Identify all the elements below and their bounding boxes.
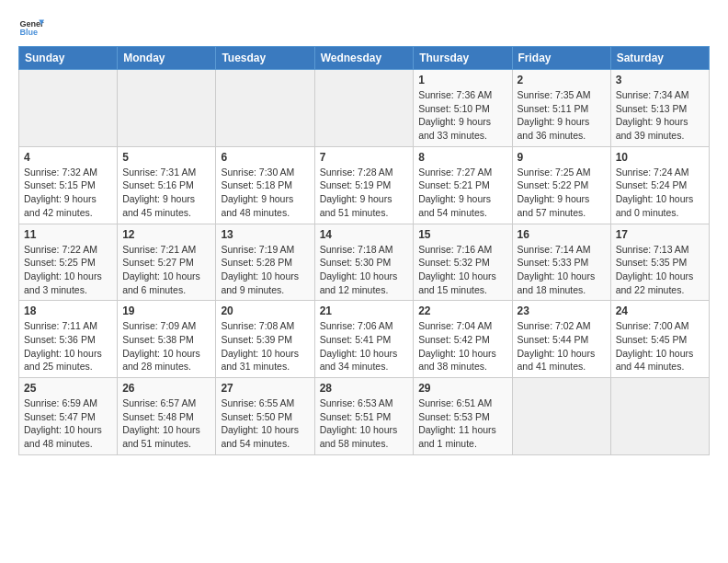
logo: General Blue [18, 15, 48, 40]
weekday-header: Saturday [610, 47, 709, 70]
day-number: 19 [122, 304, 210, 317]
weekday-header: Tuesday [216, 47, 314, 70]
calendar-cell: 22Sunrise: 7:04 AM Sunset: 5:42 PM Dayli… [414, 301, 512, 378]
day-number: 26 [122, 382, 210, 395]
day-info: Sunrise: 7:00 AM Sunset: 5:45 PM Dayligh… [616, 319, 704, 373]
day-number: 10 [616, 151, 704, 164]
day-number: 22 [418, 304, 506, 317]
calendar-cell: 27Sunrise: 6:55 AM Sunset: 5:50 PM Dayli… [216, 378, 314, 455]
calendar-cell: 14Sunrise: 7:18 AM Sunset: 5:30 PM Dayli… [314, 224, 414, 301]
day-info: Sunrise: 7:16 AM Sunset: 5:32 PM Dayligh… [418, 243, 506, 297]
day-info: Sunrise: 7:21 AM Sunset: 5:27 PM Dayligh… [122, 243, 210, 297]
calendar-table: SundayMondayTuesdayWednesdayThursdayFrid… [18, 46, 710, 455]
calendar-cell: 5Sunrise: 7:31 AM Sunset: 5:16 PM Daylig… [118, 146, 216, 224]
day-info: Sunrise: 7:32 AM Sunset: 5:15 PM Dayligh… [24, 166, 112, 220]
day-info: Sunrise: 7:24 AM Sunset: 5:24 PM Dayligh… [616, 166, 704, 220]
day-number: 16 [518, 228, 606, 241]
day-info: Sunrise: 7:30 AM Sunset: 5:18 PM Dayligh… [221, 166, 309, 220]
day-number: 7 [320, 151, 409, 164]
day-number: 27 [221, 382, 309, 395]
day-number: 2 [518, 74, 606, 86]
day-info: Sunrise: 7:08 AM Sunset: 5:39 PM Dayligh… [221, 319, 309, 373]
day-number: 12 [122, 228, 210, 241]
calendar-cell: 11Sunrise: 7:22 AM Sunset: 5:25 PM Dayli… [19, 224, 118, 301]
day-info: Sunrise: 7:06 AM Sunset: 5:41 PM Dayligh… [320, 319, 409, 373]
day-number: 18 [24, 304, 112, 317]
day-info: Sunrise: 7:11 AM Sunset: 5:36 PM Dayligh… [24, 319, 112, 373]
day-number: 25 [24, 382, 112, 395]
weekday-header: Wednesday [314, 47, 414, 70]
day-number: 23 [518, 304, 606, 317]
calendar-cell: 1Sunrise: 7:36 AM Sunset: 5:10 PM Daylig… [414, 70, 512, 147]
day-number: 6 [221, 151, 309, 164]
calendar-cell: 6Sunrise: 7:30 AM Sunset: 5:18 PM Daylig… [216, 146, 314, 224]
weekday-header: Thursday [414, 47, 512, 70]
calendar-cell [118, 70, 216, 147]
day-number: 14 [320, 228, 409, 241]
calendar-week-row: 18Sunrise: 7:11 AM Sunset: 5:36 PM Dayli… [19, 301, 710, 378]
day-number: 8 [418, 151, 506, 164]
day-number: 9 [518, 151, 606, 164]
calendar-cell: 21Sunrise: 7:06 AM Sunset: 5:41 PM Dayli… [314, 301, 414, 378]
day-info: Sunrise: 7:04 AM Sunset: 5:42 PM Dayligh… [418, 319, 506, 373]
day-number: 1 [418, 74, 506, 86]
calendar-cell: 3Sunrise: 7:34 AM Sunset: 5:13 PM Daylig… [610, 70, 709, 147]
calendar-cell: 12Sunrise: 7:21 AM Sunset: 5:27 PM Dayli… [118, 224, 216, 301]
logo-icon: General Blue [18, 15, 44, 40]
day-number: 13 [221, 228, 309, 241]
day-number: 28 [320, 382, 409, 395]
day-number: 29 [418, 382, 506, 395]
day-info: Sunrise: 7:34 AM Sunset: 5:13 PM Dayligh… [616, 88, 704, 143]
day-info: Sunrise: 7:02 AM Sunset: 5:44 PM Dayligh… [518, 319, 606, 373]
day-info: Sunrise: 7:19 AM Sunset: 5:28 PM Dayligh… [221, 243, 309, 297]
day-info: Sunrise: 7:14 AM Sunset: 5:33 PM Dayligh… [518, 243, 606, 297]
calendar-cell: 24Sunrise: 7:00 AM Sunset: 5:45 PM Dayli… [610, 301, 709, 378]
calendar-header-row: SundayMondayTuesdayWednesdayThursdayFrid… [19, 47, 710, 70]
day-number: 3 [616, 74, 704, 86]
calendar-cell: 7Sunrise: 7:28 AM Sunset: 5:19 PM Daylig… [314, 146, 414, 224]
day-info: Sunrise: 7:31 AM Sunset: 5:16 PM Dayligh… [122, 166, 210, 220]
calendar-cell [512, 378, 610, 455]
page-header: General Blue [18, 15, 710, 40]
calendar-cell: 19Sunrise: 7:09 AM Sunset: 5:38 PM Dayli… [118, 301, 216, 378]
day-number: 4 [24, 151, 112, 164]
calendar-cell [216, 70, 314, 147]
calendar-cell: 15Sunrise: 7:16 AM Sunset: 5:32 PM Dayli… [414, 224, 512, 301]
day-number: 15 [418, 228, 506, 241]
calendar-cell: 28Sunrise: 6:53 AM Sunset: 5:51 PM Dayli… [314, 378, 414, 455]
calendar-cell: 4Sunrise: 7:32 AM Sunset: 5:15 PM Daylig… [19, 146, 118, 224]
day-info: Sunrise: 7:18 AM Sunset: 5:30 PM Dayligh… [320, 243, 409, 297]
day-info: Sunrise: 7:25 AM Sunset: 5:22 PM Dayligh… [518, 166, 606, 220]
day-number: 11 [24, 228, 112, 241]
calendar-cell: 17Sunrise: 7:13 AM Sunset: 5:35 PM Dayli… [610, 224, 709, 301]
calendar-cell: 8Sunrise: 7:27 AM Sunset: 5:21 PM Daylig… [414, 146, 512, 224]
calendar-cell [19, 70, 118, 147]
calendar-cell: 10Sunrise: 7:24 AM Sunset: 5:24 PM Dayli… [610, 146, 709, 224]
calendar-cell: 13Sunrise: 7:19 AM Sunset: 5:28 PM Dayli… [216, 224, 314, 301]
day-info: Sunrise: 7:28 AM Sunset: 5:19 PM Dayligh… [320, 166, 409, 220]
day-info: Sunrise: 7:35 AM Sunset: 5:11 PM Dayligh… [518, 88, 606, 143]
calendar-cell: 16Sunrise: 7:14 AM Sunset: 5:33 PM Dayli… [512, 224, 610, 301]
day-number: 21 [320, 304, 409, 317]
day-info: Sunrise: 7:22 AM Sunset: 5:25 PM Dayligh… [24, 243, 112, 297]
calendar-week-row: 1Sunrise: 7:36 AM Sunset: 5:10 PM Daylig… [19, 70, 710, 147]
calendar-cell: 2Sunrise: 7:35 AM Sunset: 5:11 PM Daylig… [512, 70, 610, 147]
calendar-cell: 23Sunrise: 7:02 AM Sunset: 5:44 PM Dayli… [512, 301, 610, 378]
calendar-week-row: 25Sunrise: 6:59 AM Sunset: 5:47 PM Dayli… [19, 378, 710, 455]
day-info: Sunrise: 6:51 AM Sunset: 5:53 PM Dayligh… [418, 396, 506, 451]
day-number: 24 [616, 304, 704, 317]
day-number: 5 [122, 151, 210, 164]
day-info: Sunrise: 7:36 AM Sunset: 5:10 PM Dayligh… [418, 88, 506, 143]
weekday-header: Friday [512, 47, 610, 70]
day-info: Sunrise: 7:13 AM Sunset: 5:35 PM Dayligh… [616, 243, 704, 297]
calendar-week-row: 4Sunrise: 7:32 AM Sunset: 5:15 PM Daylig… [19, 146, 710, 224]
day-number: 20 [221, 304, 309, 317]
day-info: Sunrise: 7:27 AM Sunset: 5:21 PM Dayligh… [418, 166, 506, 220]
calendar-cell [314, 70, 414, 147]
day-info: Sunrise: 6:57 AM Sunset: 5:48 PM Dayligh… [122, 396, 210, 451]
weekday-header: Monday [118, 47, 216, 70]
calendar-cell: 25Sunrise: 6:59 AM Sunset: 5:47 PM Dayli… [19, 378, 118, 455]
calendar-week-row: 11Sunrise: 7:22 AM Sunset: 5:25 PM Dayli… [19, 224, 710, 301]
calendar-cell: 26Sunrise: 6:57 AM Sunset: 5:48 PM Dayli… [118, 378, 216, 455]
day-info: Sunrise: 6:59 AM Sunset: 5:47 PM Dayligh… [24, 396, 112, 451]
